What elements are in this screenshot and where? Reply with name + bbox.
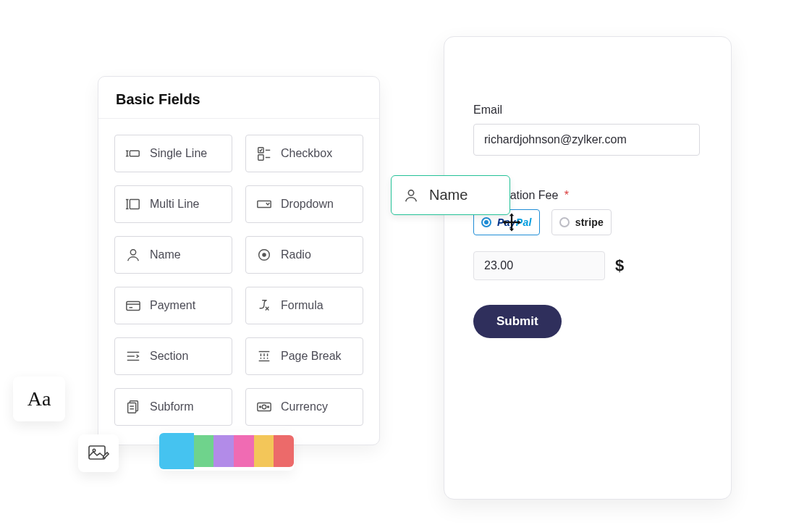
field-single-line[interactable]: Single Line [114,135,232,172]
svg-point-35 [262,405,266,409]
field-label: Currency [281,400,328,413]
field-label: Multi Line [150,198,199,211]
image-tool[interactable] [78,434,119,472]
svg-rect-16 [127,302,140,311]
single-line-icon [125,146,141,161]
dropdown-icon [256,196,272,212]
image-edit-icon [88,445,109,462]
basic-fields-grid: Single Line Checkbox Multi Line Dropdown [98,119,379,445]
svg-point-13 [130,250,135,255]
svg-point-37 [268,406,269,408]
amount-row: 23.00 $ [473,251,702,280]
svg-rect-8 [130,200,139,209]
multi-line-icon [125,196,141,212]
field-dropdown[interactable]: Dropdown [245,185,363,223]
aa-text-icon: Aa [28,387,51,411]
font-tool[interactable]: Aa [13,377,65,421]
email-label: Email [473,104,702,117]
color-palette[interactable] [159,432,294,471]
person-icon [125,247,141,263]
dragging-name-field[interactable]: Name [391,175,510,215]
move-cursor-icon [501,211,523,233]
color-swatch[interactable] [274,435,294,467]
field-radio[interactable]: Radio [245,236,363,274]
email-value: richardjohnson@zylker.com [484,133,627,146]
svg-rect-41 [89,446,105,459]
form-preview: Email richardjohnson@zylker.com Registra… [444,36,732,500]
email-field[interactable]: richardjohnson@zylker.com [473,124,700,156]
svg-rect-31 [128,403,136,413]
svg-rect-0 [130,151,139,156]
field-name[interactable]: Name [114,236,232,274]
field-label: Radio [281,248,311,261]
basic-fields-panel: Basic Fields Single Line Checkbox Multi … [98,76,380,445]
section-icon [125,348,141,364]
drag-label: Name [429,187,468,203]
credit-card-icon [125,298,141,314]
field-label: Payment [150,299,195,312]
currency-icon [256,399,272,415]
field-label: Single Line [150,147,207,160]
amount-value: 23.00 [484,259,513,272]
submit-button[interactable]: Submit [473,305,562,338]
svg-rect-5 [258,155,263,160]
field-label: Page Break [281,350,342,363]
submit-label: Submit [496,314,538,328]
color-swatch[interactable] [159,433,194,469]
field-subform[interactable]: Subform [114,388,232,426]
field-checkbox[interactable]: Checkbox [245,135,363,172]
subform-icon [125,399,141,415]
color-swatch[interactable] [194,435,214,467]
field-label: Name [150,248,181,261]
svg-point-15 [262,253,266,257]
page-break-icon [256,348,272,364]
currency-symbol: $ [615,256,624,275]
required-asterisk: * [564,189,569,201]
svg-point-42 [93,449,95,451]
basic-fields-title: Basic Fields [98,77,379,119]
svg-point-36 [260,406,261,408]
formula-icon [256,298,272,314]
radio-checked-icon [481,217,491,227]
radio-icon [256,247,272,263]
field-label: Checkbox [281,147,332,160]
radio-unchecked-icon [559,217,570,227]
color-swatch[interactable] [234,435,254,467]
field-currency[interactable]: Currency [245,388,363,426]
color-swatch[interactable] [254,435,274,467]
svg-point-38 [408,190,413,195]
field-label: Section [150,350,188,363]
color-swatch[interactable] [213,435,234,467]
person-icon [403,188,419,203]
field-multi-line[interactable]: Multi Line [114,185,232,223]
stripe-logo: stripe [575,216,604,228]
payment-option-stripe[interactable]: stripe [551,209,612,235]
field-section[interactable]: Section [114,337,232,375]
field-page-break[interactable]: Page Break [245,337,363,375]
amount-field[interactable]: 23.00 [473,251,605,280]
field-label: Subform [150,400,193,413]
field-label: Dropdown [281,198,334,211]
field-label: Formula [281,299,323,312]
checkbox-icon [256,146,272,161]
field-payment[interactable]: Payment [114,287,232,324]
field-formula[interactable]: Formula [245,287,363,324]
